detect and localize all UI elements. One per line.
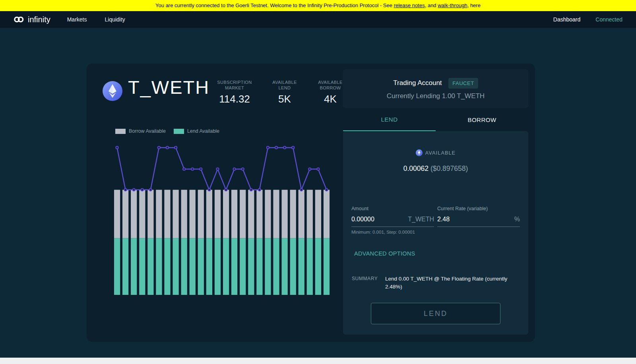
- nav-item-markets[interactable]: Markets: [67, 16, 87, 23]
- chart-legend: Borrow Available Lend Available: [115, 128, 219, 134]
- summary-text: Lend 0.00 T_WETH @ The Floating Rate (cu…: [385, 275, 520, 290]
- summary-label: SUMMARY: [352, 275, 385, 290]
- page-background: T_WETH SUBSCRIPTION MARKET 114.32 AVAILA…: [0, 28, 636, 358]
- amount-field: Amount T_WETH Minimum: 0.001, Step: 0.00…: [351, 206, 434, 234]
- brand-logo[interactable]: infinity: [14, 15, 50, 24]
- available-balance: 0.00062 ($0.897658): [343, 165, 528, 173]
- lend-submit-button[interactable]: LEND: [371, 303, 500, 324]
- stat-subscription-market: SUBSCRIPTION MARKET 114.32: [212, 79, 257, 105]
- stat-label: AVAILABLE LEND: [268, 79, 301, 91]
- testnet-banner: You are currently connected to the Goerl…: [0, 0, 636, 11]
- nav-item-dashboard[interactable]: Dashboard: [553, 16, 581, 23]
- stat-label: SUBSCRIPTION MARKET: [212, 79, 257, 91]
- available-row: AVAILABLE: [343, 149, 528, 156]
- release-notes-link[interactable]: release notes: [394, 2, 425, 8]
- borrow-swatch: [115, 129, 126, 134]
- rate-input[interactable]: [437, 216, 514, 223]
- nav-right: Dashboard Connected: [553, 16, 622, 23]
- wallet-connected-status[interactable]: Connected: [595, 16, 622, 23]
- market-stats: SUBSCRIPTION MARKET 114.32 AVAILABLE LEN…: [212, 79, 348, 105]
- nav-links: Markets Liquidity: [67, 16, 125, 23]
- rate-field: Current Rate (variable) %: [437, 206, 520, 227]
- faucet-button[interactable]: FAUCET: [448, 78, 478, 89]
- trading-account-title: Trading Account: [393, 79, 442, 87]
- legend-item-borrow: Borrow Available: [115, 128, 166, 134]
- currently-lending-text: Currently Lending 1.00 T_WETH: [343, 92, 528, 100]
- lend-panel: AVAILABLE 0.00062 ($0.897658) Amount T_W…: [343, 131, 528, 335]
- market-card: T_WETH SUBSCRIPTION MARKET 114.32 AVAILA…: [87, 64, 535, 342]
- nav-item-liquidity[interactable]: Liquidity: [105, 16, 125, 23]
- tab-borrow[interactable]: BORROW: [436, 108, 528, 131]
- amount-input[interactable]: [351, 216, 408, 223]
- available-usd: ($0.897658): [430, 165, 468, 172]
- stat-value: 5K: [268, 93, 301, 105]
- bottom-strip: [0, 358, 636, 364]
- market-chart: [113, 141, 331, 295]
- stat-value: 114.32: [212, 93, 257, 105]
- banner-text: , and: [425, 2, 438, 8]
- lend-swatch: [174, 129, 184, 134]
- banner-text: You are currently connected to the Goerl…: [155, 2, 394, 8]
- available-label: AVAILABLE: [425, 150, 456, 156]
- amount-helper-text: Minimum: 0.001, Step: 0.00001: [351, 230, 434, 234]
- walk-through-link[interactable]: walk-through: [438, 2, 467, 8]
- eth-small-icon: [416, 149, 423, 156]
- infinity-icon: [14, 16, 24, 23]
- banner-text: , here: [467, 2, 481, 8]
- available-amount: 0.00062: [403, 165, 429, 172]
- amount-label: Amount: [351, 206, 434, 211]
- rate-label: Current Rate (variable): [437, 206, 520, 211]
- advanced-options-toggle[interactable]: ADVANCED OPTIONS: [354, 250, 415, 257]
- legend-item-lend: Lend Available: [174, 128, 219, 134]
- eth-token-icon: [103, 81, 122, 101]
- stat-available-lend: AVAILABLE LEND 5K: [268, 79, 301, 105]
- top-nav: infinity Markets Liquidity Dashboard Con…: [0, 11, 636, 28]
- market-title: T_WETH: [128, 76, 209, 98]
- amount-unit: T_WETH: [408, 216, 434, 223]
- legend-label: Lend Available: [187, 128, 219, 134]
- tab-lend[interactable]: LEND: [343, 108, 436, 131]
- legend-label: Borrow Available: [129, 128, 166, 134]
- summary-row: SUMMARY Lend 0.00 T_WETH @ The Floating …: [352, 275, 520, 290]
- market-chart-svg: [113, 141, 331, 295]
- trading-account-header: Trading Account FAUCET Currently Lending…: [343, 69, 528, 108]
- brand-name: infinity: [28, 15, 50, 24]
- lend-borrow-tabs: LEND BORROW: [343, 108, 528, 131]
- rate-unit: %: [514, 216, 520, 223]
